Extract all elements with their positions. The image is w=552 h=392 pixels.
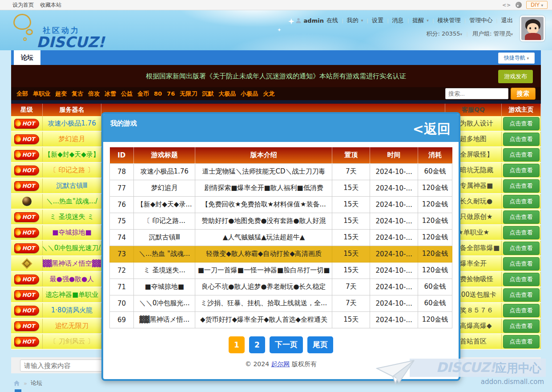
menu-settings[interactable]: 设置 bbox=[372, 16, 383, 24]
filter-item[interactable]: 火龙 bbox=[263, 90, 274, 98]
server-name: 沉默古镇Ⅲ bbox=[56, 182, 87, 190]
menu-module-admin[interactable]: 模块管理 bbox=[438, 16, 461, 24]
filter-item[interactable]: 76 bbox=[167, 90, 175, 97]
game-publish-button[interactable]: 游戏发布 bbox=[498, 70, 533, 83]
table-row-highlighted[interactable]: 73＼...热血 "战魂...轻微变◆散人称霸◆自动打捡◆高清画质15天2024… bbox=[110, 246, 452, 262]
back-button[interactable]: <返回 bbox=[413, 120, 451, 138]
modal-title: 我的游戏 bbox=[110, 119, 137, 128]
credits-link[interactable]: 积分: 20355 bbox=[427, 30, 460, 37]
filter-item[interactable]: 全部 bbox=[16, 90, 28, 98]
page-2-button[interactable]: 2 bbox=[249, 336, 265, 353]
last-page-button[interactable]: 尾页 bbox=[307, 336, 333, 353]
my-games-modal: 我的游戏 <返回 ID 游戏标题 版本介绍 置顶 时间 消耗 78攻速小极品1.… bbox=[101, 112, 460, 381]
filter-item[interactable]: 80 bbox=[154, 90, 162, 97]
server-name: ミ 圣境迷失 ミ bbox=[49, 213, 94, 221]
menu-logout[interactable]: 退出 bbox=[501, 16, 513, 24]
view-button[interactable]: 点击查看 bbox=[503, 164, 540, 177]
server-name: 攻速小极品1.76 bbox=[48, 119, 96, 128]
table-row[interactable]: 74沉默古镇Ⅲ▲人气贼贼猛▲玩法超超牛▲15天2024-10-...120金钱 bbox=[110, 229, 452, 246]
usergroup-link[interactable]: 用户组: 管理员 bbox=[472, 30, 511, 37]
user-panel: admin 在线 | 我的▾ | 设置 | 消息 | 提醒▾ | 模块管理 | … bbox=[296, 16, 513, 38]
logo-bubble-icon bbox=[23, 37, 27, 41]
view-button[interactable]: 点击查看 bbox=[503, 288, 540, 302]
watermark-suffix: 应用中心 bbox=[495, 361, 541, 375]
view-button[interactable]: 点击查看 bbox=[503, 210, 540, 224]
server-name: ■夺城掠地■ bbox=[52, 228, 91, 237]
view-button[interactable]: 点击查看 bbox=[503, 117, 540, 130]
table-row[interactable]: 69▓▓黑神话メ悟...◆货币好打◆爆率全开◆散人首选◆全程通关15天2024-… bbox=[110, 311, 452, 328]
view-button[interactable]: 点击查看 bbox=[503, 257, 540, 271]
top-utility-bar: 设为首页 收藏本站 <> DIY ▾ bbox=[0, 0, 552, 10]
hot-badge-icon: HOT bbox=[14, 306, 39, 315]
tab-forum[interactable]: 论坛 bbox=[14, 50, 40, 65]
avatar[interactable] bbox=[520, 16, 545, 41]
filter-item[interactable]: 沉默 bbox=[202, 90, 214, 98]
menu-my[interactable]: 我的 bbox=[347, 16, 359, 24]
filter-item[interactable]: 复古 bbox=[72, 90, 83, 98]
hot-badge-icon: HOT bbox=[14, 321, 39, 331]
page-1-button[interactable]: 1 bbox=[229, 336, 245, 353]
chevron-down-icon: ▾ bbox=[460, 32, 462, 36]
menu-messages[interactable]: 消息 bbox=[392, 16, 404, 24]
code-icon[interactable]: <> bbox=[502, 2, 511, 8]
set-home-link[interactable]: 设为首页 bbox=[12, 1, 34, 9]
table-row[interactable]: 72ミ 圣境迷失...■一刀一首爆■一怪一神器■脸白吊打一切■15天2024-1… bbox=[110, 262, 452, 279]
server-name: 最●强●散●人 bbox=[50, 275, 94, 283]
server-name: 遗忘神器■单职业 bbox=[45, 291, 98, 299]
site-link[interactable]: 起尔网 bbox=[271, 360, 290, 368]
filter-item[interactable]: 金币 bbox=[137, 90, 149, 98]
server-name: 〔 刀剑风云 〕 bbox=[50, 337, 94, 346]
filter-item[interactable]: 超变 bbox=[55, 90, 67, 98]
view-button[interactable]: 点击查看 bbox=[503, 273, 540, 286]
filter-item[interactable]: 公益 bbox=[121, 90, 133, 98]
table-row[interactable]: 71■夺城掠地■良心不坑●散人追梦●养老耐玩●长久稳定7天2024-10-...… bbox=[110, 279, 452, 295]
view-button[interactable]: 点击查看 bbox=[503, 319, 540, 333]
online-status: 在线 bbox=[326, 16, 338, 24]
filter-item[interactable]: 小极品 bbox=[241, 90, 258, 98]
main-nav: 论坛 快捷导航 ▾ bbox=[11, 50, 541, 65]
my-games-table: ID 游戏标题 版本介绍 置顶 时间 消耗 78攻速小极品1.76道士宠物猛＼法… bbox=[109, 147, 452, 328]
discuz-appcenter-watermark: DISCUZ!应用中心 addon.dismall.com bbox=[410, 359, 546, 386]
next-page-button[interactable]: 下一页 bbox=[270, 336, 303, 353]
table-row[interactable]: 70＼＼0冲包服光...ミ沙捐、狂暴、挂机、拾取上线就送，全...7天2024-… bbox=[110, 295, 452, 311]
quick-nav-button[interactable]: 快捷导航 ▾ bbox=[498, 53, 535, 64]
filter-item[interactable]: 倍攻 bbox=[88, 90, 100, 98]
breadcrumb-forum-link[interactable]: 论坛 bbox=[31, 379, 42, 387]
view-button[interactable]: 点击查看 bbox=[503, 226, 540, 239]
hot-badge-icon: HOT bbox=[14, 212, 39, 222]
view-button[interactable]: 点击查看 bbox=[503, 242, 540, 255]
table-row[interactable]: 75〔 印记之路...赞助好打●地图免费●没有套路●散人好混15天2024-10… bbox=[110, 213, 452, 229]
site-header: 社区动力 DISCUZ! admin 在线 | 我的▾ | 设置 | 消息 | … bbox=[0, 10, 552, 50]
search-input[interactable] bbox=[445, 88, 508, 99]
filter-item[interactable]: 单职业 bbox=[33, 90, 50, 98]
menu-admin-center[interactable]: 管理中心 bbox=[469, 16, 492, 24]
view-button[interactable]: 点击查看 bbox=[503, 148, 540, 162]
home-icon[interactable] bbox=[13, 380, 20, 387]
table-row[interactable]: 77梦幻追月剧情探索■爆率全开■散人福利■低消费15天2024-10-...12… bbox=[110, 180, 452, 196]
palette-icon[interactable] bbox=[516, 2, 522, 8]
logo-title: DISCUZ! bbox=[36, 33, 105, 51]
filter-item[interactable]: 冰雪 bbox=[105, 90, 116, 98]
medal-icon bbox=[21, 258, 32, 269]
search-button[interactable]: 搜索 bbox=[511, 88, 536, 100]
view-button[interactable]: 点击查看 bbox=[503, 304, 540, 317]
sparkle-icon bbox=[278, 28, 281, 32]
username-link[interactable]: admin bbox=[304, 17, 324, 24]
bookmark-link[interactable]: 收藏本站 bbox=[40, 1, 61, 9]
view-button[interactable]: 点击查看 bbox=[503, 335, 540, 348]
server-name: ▓▓黑神话メ悟空▓▓ bbox=[43, 259, 101, 268]
sparkle-icon bbox=[288, 18, 294, 24]
chevron-down-icon: ▾ bbox=[361, 18, 363, 23]
menu-reminders[interactable]: 提醒 bbox=[412, 16, 424, 24]
view-button[interactable]: 点击查看 bbox=[503, 133, 540, 146]
user-icon bbox=[296, 18, 301, 23]
table-row[interactable]: 78攻速小极品1.76道士宠物猛＼法师技能无CD＼战士刀刀毒7天2024-10-… bbox=[110, 163, 452, 180]
filter-item[interactable]: 大极品 bbox=[218, 90, 236, 98]
diy-button[interactable]: DIY ▾ bbox=[526, 1, 548, 9]
filter-item[interactable]: 无限刀 bbox=[180, 90, 197, 98]
view-button[interactable]: 点击查看 bbox=[503, 179, 540, 193]
table-row[interactable]: 76【新◆封◆天◆录...【免费回收★免费拾取★材料保值★装备...15天202… bbox=[110, 196, 452, 213]
discuz-logo[interactable]: 社区动力 DISCUZ! bbox=[12, 14, 115, 48]
view-button[interactable]: 点击查看 bbox=[503, 195, 540, 208]
decor-block bbox=[15, 389, 21, 392]
